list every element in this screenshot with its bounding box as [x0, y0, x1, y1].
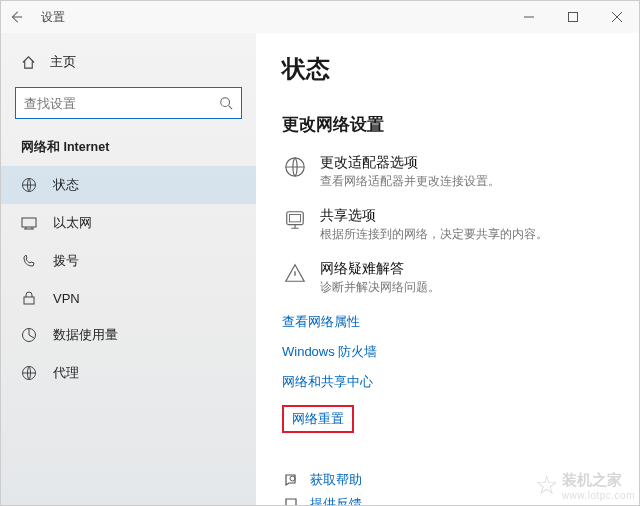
- sidebar-item-label: 以太网: [53, 214, 92, 232]
- option-sharing[interactable]: 共享选项 根据所连接到的网络，决定要共享的内容。: [282, 207, 613, 242]
- troubleshoot-icon: [282, 260, 308, 286]
- link-network-reset[interactable]: 网络重置: [282, 405, 354, 433]
- feedback-label: 提供反馈: [310, 495, 362, 505]
- sidebar-item-label: 拨号: [53, 252, 79, 270]
- search-input[interactable]: [24, 96, 219, 111]
- search-wrap: [1, 81, 256, 133]
- arrow-left-icon: [9, 10, 23, 24]
- proxy-icon: [21, 365, 37, 381]
- feedback-icon: [282, 496, 300, 505]
- sidebar-item-label: 数据使用量: [53, 326, 118, 344]
- sidebar-item-dialup[interactable]: 拨号: [1, 242, 256, 280]
- sharing-icon: [282, 207, 308, 233]
- feedback-row[interactable]: 提供反馈: [282, 495, 613, 505]
- svg-rect-4: [24, 297, 34, 304]
- sidebar-group-label: 网络和 Internet: [1, 133, 256, 166]
- window-title: 设置: [41, 9, 65, 26]
- maximize-icon: [568, 12, 578, 22]
- link-network-props[interactable]: 查看网络属性: [282, 313, 360, 331]
- svg-rect-9: [290, 215, 301, 222]
- sidebar-item-datausage[interactable]: 数据使用量: [1, 316, 256, 354]
- option-sub: 根据所连接到的网络，决定要共享的内容。: [320, 227, 548, 242]
- option-sub: 诊断并解决网络问题。: [320, 280, 440, 295]
- svg-rect-0: [569, 13, 578, 22]
- home-link[interactable]: 主页: [1, 47, 256, 81]
- svg-rect-3: [22, 218, 36, 227]
- sidebar-item-proxy[interactable]: 代理: [1, 354, 256, 392]
- back-button[interactable]: [9, 10, 37, 24]
- dialup-icon: [21, 253, 37, 269]
- sidebar-item-label: 代理: [53, 364, 79, 382]
- search-box[interactable]: [15, 87, 242, 119]
- minimize-icon: [524, 12, 534, 22]
- close-icon: [612, 12, 622, 22]
- option-adapter[interactable]: 更改适配器选项 查看网络适配器并更改连接设置。: [282, 154, 613, 189]
- content: 状态 更改网络设置 更改适配器选项 查看网络适配器并更改连接设置。 共享选项 根…: [256, 33, 639, 505]
- vpn-icon: [21, 290, 37, 306]
- section-title: 更改网络设置: [282, 113, 613, 136]
- maximize-button[interactable]: [551, 1, 595, 33]
- home-icon: [21, 55, 36, 70]
- titlebar: 设置: [1, 1, 639, 33]
- sidebar-item-vpn[interactable]: VPN: [1, 280, 256, 316]
- sidebar-item-status[interactable]: 状态: [1, 166, 256, 204]
- sidebar-item-label: 状态: [53, 176, 79, 194]
- option-troubleshoot[interactable]: 网络疑难解答 诊断并解决网络问题。: [282, 260, 613, 295]
- ethernet-icon: [21, 215, 37, 231]
- link-firewall[interactable]: Windows 防火墙: [282, 343, 377, 361]
- svg-point-1: [221, 98, 230, 107]
- link-sharing-center[interactable]: 网络和共享中心: [282, 373, 373, 391]
- sidebar: 主页 网络和 Internet 状态 以太网: [1, 33, 256, 505]
- settings-window: 设置 主页 网络和 Internet: [0, 0, 640, 506]
- svg-point-10: [290, 476, 295, 481]
- search-icon: [219, 96, 233, 110]
- option-title: 更改适配器选项: [320, 154, 500, 172]
- sidebar-item-ethernet[interactable]: 以太网: [1, 204, 256, 242]
- option-sub: 查看网络适配器并更改连接设置。: [320, 174, 500, 189]
- body: 主页 网络和 Internet 状态 以太网: [1, 33, 639, 505]
- status-icon: [21, 177, 37, 193]
- home-label: 主页: [50, 53, 76, 71]
- datausage-icon: [21, 327, 37, 343]
- window-controls: [507, 1, 639, 33]
- link-list: 查看网络属性 Windows 防火墙 网络和共享中心 网络重置: [282, 313, 613, 445]
- minimize-button[interactable]: [507, 1, 551, 33]
- help-icon: [282, 472, 300, 488]
- page-title: 状态: [282, 53, 613, 85]
- help-row[interactable]: 获取帮助: [282, 471, 613, 489]
- sidebar-item-label: VPN: [53, 291, 80, 306]
- option-title: 网络疑难解答: [320, 260, 440, 278]
- help-label: 获取帮助: [310, 471, 362, 489]
- adapter-icon: [282, 154, 308, 180]
- option-title: 共享选项: [320, 207, 548, 225]
- close-button[interactable]: [595, 1, 639, 33]
